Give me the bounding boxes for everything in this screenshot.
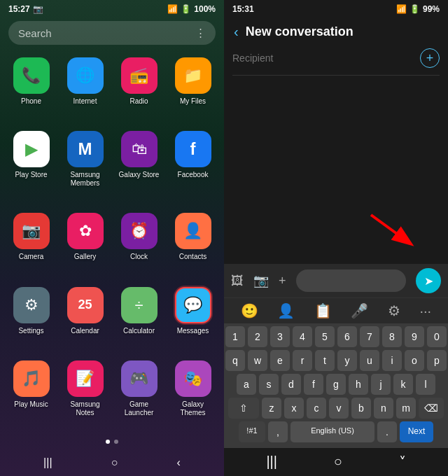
key-h[interactable]: h [349, 374, 368, 395]
emoji-icon[interactable]: 🙂 [241, 302, 258, 319]
qwerty-row: q w e r t y u i o p [225, 350, 447, 371]
key-g[interactable]: g [326, 374, 346, 395]
right-nav-bar: ||| ○ ˅ [224, 448, 448, 476]
app-phone[interactable]: 📞 Phone [6, 52, 57, 122]
key-j[interactable]: j [371, 374, 391, 395]
comma-key[interactable]: , [268, 421, 288, 442]
key-4[interactable]: 4 [293, 326, 312, 347]
key-m[interactable]: m [396, 398, 416, 419]
key-p[interactable]: p [427, 350, 447, 371]
right-home-button[interactable]: ○ [334, 454, 342, 470]
search-placeholder: Search [18, 27, 52, 39]
key-9[interactable]: 9 [405, 326, 424, 347]
recipient-bar: + [232, 48, 440, 76]
key-6[interactable]: 6 [337, 326, 357, 347]
zxcv-row: ⇧ z x c v b n m ⌫ [225, 398, 447, 419]
image-attach-icon[interactable]: 🖼 [231, 274, 244, 288]
key-d[interactable]: d [281, 374, 301, 395]
key-l[interactable]: l [416, 374, 435, 395]
key-2[interactable]: 2 [248, 326, 267, 347]
app-samsung-members[interactable]: M Samsung Members [59, 125, 111, 204]
app-galaxy-themes[interactable]: 🎭 Galaxy Themes [167, 355, 218, 434]
key-z[interactable]: z [262, 398, 281, 419]
key-7[interactable]: 7 [360, 326, 379, 347]
app-settings[interactable]: ⚙ Settings [6, 281, 57, 352]
key-s[interactable]: s [259, 374, 279, 395]
key-n[interactable]: n [374, 398, 393, 419]
send-button[interactable]: ➤ [416, 268, 441, 293]
app-galaxy-store[interactable]: 🛍 Galaxy Store [113, 125, 164, 204]
key-1[interactable]: 1 [225, 326, 245, 347]
back-button[interactable]: ‹ [177, 456, 181, 469]
period-key[interactable]: . [377, 421, 397, 442]
key-v[interactable]: v [329, 398, 349, 419]
key-e[interactable]: e [270, 350, 290, 371]
recent-apps-button[interactable]: ||| [43, 456, 52, 469]
app-playmusic[interactable]: 🎵 Play Music [6, 355, 57, 434]
right-recent-button[interactable]: ||| [266, 454, 277, 470]
key-q[interactable]: q [225, 350, 245, 371]
settings-keyboard-icon[interactable]: ⚙ [388, 302, 400, 319]
keyboard: 1 2 3 4 5 6 7 8 9 0 q w e r t y u i o p … [224, 323, 448, 448]
sticker-icon[interactable]: 👤 [277, 302, 295, 319]
key-t[interactable]: t [315, 350, 335, 371]
app-samsung-notes[interactable]: 📝 Samsung Notes [59, 355, 111, 434]
key-c[interactable]: c [307, 398, 326, 419]
right-back-chevron[interactable]: ˅ [399, 454, 406, 470]
shift-key[interactable]: ⇧ [228, 398, 259, 419]
key-w[interactable]: w [248, 350, 267, 371]
key-a[interactable]: a [237, 374, 256, 395]
camera-attach-icon[interactable]: 📷 [253, 273, 269, 288]
galaxy-store-icon: 🛍 [121, 131, 158, 167]
add-attach-icon[interactable]: + [279, 274, 286, 288]
search-bar[interactable]: Search ⋮ [8, 21, 216, 45]
sym-key[interactable]: !#1 [239, 421, 265, 442]
app-calculator[interactable]: ÷ Calculator [113, 281, 164, 352]
more-icon[interactable]: ⋮ [195, 27, 206, 39]
app-facebook[interactable]: f Facebook [167, 125, 218, 204]
right-battery-pct: 99% [423, 4, 440, 14]
key-5[interactable]: 5 [315, 326, 335, 347]
key-x[interactable]: x [284, 398, 304, 419]
key-i[interactable]: i [382, 350, 402, 371]
app-radio[interactable]: 📻 Radio [113, 52, 164, 122]
voice-input-pill[interactable] [296, 270, 406, 292]
clipboard-icon[interactable]: 📋 [314, 302, 332, 319]
next-key[interactable]: Next [400, 421, 433, 442]
app-gallery[interactable]: ✿ Gallery [59, 207, 111, 278]
key-3[interactable]: 3 [270, 326, 290, 347]
app-contacts-label: Contacts [179, 253, 206, 261]
add-recipient-button[interactable]: + [420, 48, 440, 68]
recipient-input[interactable] [232, 50, 420, 66]
app-messages[interactable]: 💬 Messages [167, 281, 218, 352]
key-f[interactable]: f [304, 374, 323, 395]
key-0[interactable]: 0 [427, 326, 447, 347]
mic-icon[interactable]: 🎤 [351, 302, 368, 319]
key-b[interactable]: b [351, 398, 371, 419]
app-calendar[interactable]: 25 Calendar [59, 281, 111, 352]
space-key[interactable]: English (US) [290, 421, 374, 442]
key-r[interactable]: r [293, 350, 312, 371]
key-o[interactable]: o [405, 350, 424, 371]
key-k[interactable]: k [393, 374, 413, 395]
key-8[interactable]: 8 [382, 326, 402, 347]
backspace-key[interactable]: ⌫ [419, 398, 444, 419]
home-button[interactable]: ○ [111, 456, 118, 469]
app-playstore[interactable]: ▶ Play Store [6, 125, 57, 204]
app-internet[interactable]: 🌐 Internet [59, 52, 111, 122]
key-u[interactable]: u [360, 350, 379, 371]
app-clock[interactable]: ⏰ Clock [113, 207, 164, 278]
contacts-icon: 👤 [175, 213, 211, 249]
app-myfiles[interactable]: 📁 My Files [167, 52, 218, 122]
app-camera[interactable]: 📷 Camera [6, 207, 57, 278]
message-area[interactable] [224, 78, 448, 264]
back-button-right[interactable]: ‹ [234, 24, 239, 40]
conversation-header: ‹ New conversation [224, 18, 448, 46]
more-keyboard-icon[interactable]: ··· [420, 303, 432, 319]
arrow-area [231, 85, 441, 257]
app-game-launcher[interactable]: 🎮 Game Launcher [113, 355, 164, 434]
app-contacts[interactable]: 👤 Contacts [167, 207, 218, 278]
facebook-icon: f [175, 131, 211, 167]
phone-icon: 📞 [13, 57, 50, 94]
key-y[interactable]: y [337, 350, 357, 371]
